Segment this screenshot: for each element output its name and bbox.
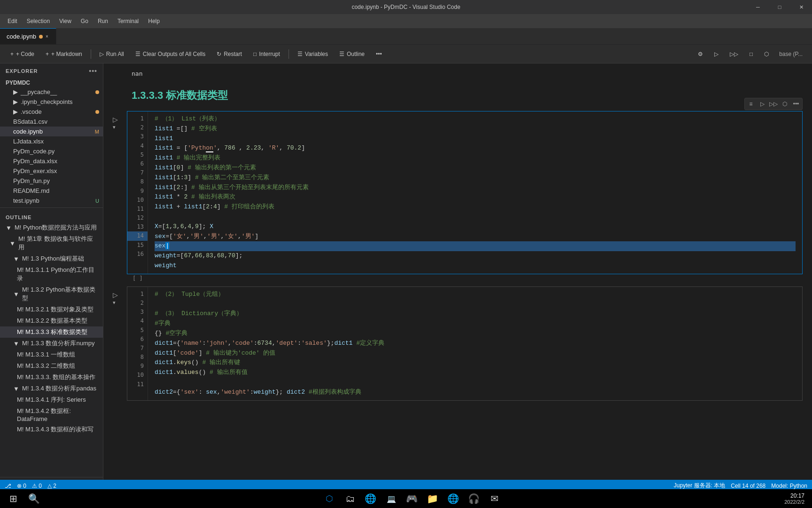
taskbar-browser[interactable]: 🌐: [444, 489, 463, 508]
taskbar-mail[interactable]: ✉: [485, 489, 504, 508]
outline-item-9[interactable]: ▼ M! 1.3.3 数值分析库numpy: [0, 338, 103, 349]
taskbar-code2[interactable]: 💻: [382, 489, 401, 508]
cell-toolbar-format[interactable]: ≡: [746, 99, 756, 109]
outline-item-3[interactable]: ▼ M! 1.3 Python编程基础: [0, 253, 103, 264]
outline-item-10[interactable]: M! M1.3.3.1 一维数组: [0, 349, 103, 360]
sidebar-item-readme[interactable]: README.md: [0, 186, 103, 196]
outline-item-14[interactable]: M! M1.3.4.1 序列: Seriers: [0, 394, 103, 405]
sidebar-item-ljdata[interactable]: LJdata.xlsx: [0, 136, 103, 146]
toolbar-separator-2: [289, 49, 289, 59]
cell-2-run-button[interactable]: ▷: [113, 291, 118, 299]
taskbar-chrome[interactable]: 🌐: [361, 489, 380, 508]
menu-edit[interactable]: Edit: [4, 16, 21, 26]
code-line-9: list1 * 2 # 输出列表两次: [155, 192, 796, 202]
restart-button[interactable]: ↻ Restart: [212, 49, 247, 59]
run-all-button[interactable]: ▷ Run All: [95, 49, 129, 59]
cell-toolbar-run[interactable]: ▷: [757, 99, 767, 109]
taskbar-audio[interactable]: 🎧: [465, 489, 484, 508]
settings-button[interactable]: ⚙: [693, 49, 708, 59]
c2-line-num-8: 8: [127, 353, 148, 362]
toolbar-separator: [91, 49, 91, 59]
line-num-11: 11: [127, 205, 148, 214]
outline-button[interactable]: ☰ Outline: [335, 49, 369, 59]
menu-view[interactable]: View: [55, 16, 75, 26]
untracked-indicator: U: [95, 198, 99, 204]
outline-item-15[interactable]: M! M1.3.4.2 数据框: DataFrame: [0, 405, 103, 424]
run-all-right-button[interactable]: ▷▷: [725, 49, 743, 59]
sidebar-item-pydm-code[interactable]: PyDm_code.py: [0, 146, 103, 156]
menu-help[interactable]: Help: [144, 16, 164, 26]
cell-1-line-numbers: 1 2 3 4 5 6 7 8 9 10 11 12 13 14 15 16: [127, 111, 148, 274]
menu-run[interactable]: Run: [94, 16, 112, 26]
cell-1-run-button[interactable]: ▷: [113, 116, 118, 123]
maximize-button[interactable]: □: [769, 0, 790, 14]
cell-1-collapse-button[interactable]: ▾: [113, 124, 118, 130]
sidebar-divider: [0, 207, 103, 208]
sidebar-item-pydm-fun[interactable]: PyDm_fun.py: [0, 176, 103, 186]
sidebar-item-checkpoints[interactable]: ▶ .ipynb_checkpoints: [0, 97, 103, 107]
run-button-right[interactable]: ▷: [710, 49, 723, 59]
taskbar-start[interactable]: ⊞: [4, 489, 23, 508]
menu-go[interactable]: Go: [77, 16, 92, 26]
close-button[interactable]: ✕: [790, 0, 812, 14]
variables-icon: ☰: [297, 51, 303, 57]
code-line-7: list1[1:3] # 输出第二个至第三个元素: [155, 173, 796, 183]
outline-item-2[interactable]: ▼ M! 第1章 数据收集与软件应用: [0, 233, 103, 253]
tab-modified-indicator: [39, 35, 43, 39]
outline-item-5[interactable]: ▼ M! 1.3.2 Python基本数据类型: [0, 284, 103, 304]
cell-2-collapse-button[interactable]: ▾: [113, 300, 118, 306]
cell-2-code[interactable]: # （2） Tuple（元组） # （3） Dictionary（字典） #字典…: [148, 287, 802, 400]
interrupt-button[interactable]: □ Interrupt: [249, 49, 285, 59]
export-button[interactable]: ⬡: [759, 49, 773, 59]
jupyter-server: Jupyter 服务器: 本地: [674, 482, 725, 490]
menu-terminal[interactable]: Terminal: [114, 16, 142, 26]
tab-close-button[interactable]: ×: [46, 34, 48, 39]
outline-item-13[interactable]: ▼ M! 1.3.4 数据分析库pandas: [0, 383, 103, 394]
cell-1-code[interactable]: # （1） List（列表） list1 =[] # 空列表 list1 lis…: [148, 111, 802, 274]
cell-toolbar-run-above[interactable]: ▷▷: [768, 99, 779, 109]
outline-item-4[interactable]: M! M1.3.1.1 Python的工作目录: [0, 264, 103, 284]
time-display: 20:17: [790, 492, 804, 499]
sidebar-more-icon[interactable]: •••: [89, 67, 97, 75]
taskbar-folder[interactable]: 📁: [423, 489, 442, 508]
minimize-button[interactable]: ─: [747, 0, 769, 14]
sidebar-item-pycache[interactable]: ▶ __pycache__: [0, 87, 103, 97]
add-code-button[interactable]: + + Code: [6, 49, 39, 59]
menu-selection[interactable]: Selection: [23, 16, 54, 26]
taskbar-vscode[interactable]: ⬡: [320, 489, 339, 508]
sidebar-item-vscode[interactable]: ▶ .vscode: [0, 107, 103, 117]
c2-code-line-8: dict1.keys() # 输出所有键: [155, 358, 796, 368]
outline-item-8[interactable]: M! M1.3.3.3 标准数据类型: [0, 326, 103, 338]
cell-toolbar-copy[interactable]: ⬡: [780, 99, 790, 109]
explorer-title: EXPLORER: [6, 68, 38, 74]
outline-item-12[interactable]: M! M1.3.3.3. 数组的基本操作: [0, 372, 103, 383]
outline-item-1[interactable]: ▼ M! Python数据挖掘方法与应用: [0, 222, 103, 233]
sidebar-item-pydm-exer[interactable]: PyDm_exer.xlsx: [0, 166, 103, 176]
add-markdown-button[interactable]: + + Markdown: [41, 49, 87, 59]
outline-item-16[interactable]: M! M1.3.4.3 数据框的读和写: [0, 424, 103, 435]
sidebar-item-bsdata[interactable]: BSdata1.csv: [0, 117, 103, 127]
sidebar-item-pydm-data[interactable]: PyDm_data.xlsx: [0, 156, 103, 166]
variables-button[interactable]: ☰ Variables: [293, 49, 333, 59]
window-controls: ─ □ ✕: [747, 0, 812, 14]
sidebar-header: EXPLORER •••: [0, 64, 103, 79]
cell-toolbar-more[interactable]: •••: [791, 99, 801, 109]
collapse-icon: ▼: [6, 224, 12, 231]
line-num-14: 14: [127, 231, 148, 240]
sidebar-item-code-ipynb[interactable]: code.ipynb M: [0, 127, 103, 136]
clear-outputs-button[interactable]: ☰ Clear Outputs of All Cells: [131, 49, 210, 59]
cell-info: Cell 14 of 268: [731, 483, 765, 489]
sidebar: EXPLORER ••• PYDMDC ▶ __pycache__ ▶ .ipy…: [0, 64, 103, 492]
taskbar-explorer[interactable]: 🗂: [341, 489, 359, 508]
taskbar-game[interactable]: 🎮: [403, 489, 422, 508]
outline-item-6[interactable]: M! M1.3.2.1 数据对象及类型: [0, 304, 103, 315]
outline-item-11[interactable]: M! M1.3.3.2 二维数组: [0, 360, 103, 372]
warnings-count: ⚠ 0: [32, 483, 42, 489]
stop-button[interactable]: □: [745, 49, 757, 59]
outline-item-7[interactable]: M! M1.3.2.2 数据基本类型: [0, 315, 103, 326]
tab-bar: code.ipynb ×: [0, 28, 812, 45]
sidebar-item-test[interactable]: test.ipynb U: [0, 196, 103, 206]
more-button[interactable]: •••: [371, 49, 387, 59]
taskbar-search[interactable]: 🔍: [24, 489, 43, 508]
tab-code-ipynb[interactable]: code.ipynb ×: [0, 28, 56, 44]
